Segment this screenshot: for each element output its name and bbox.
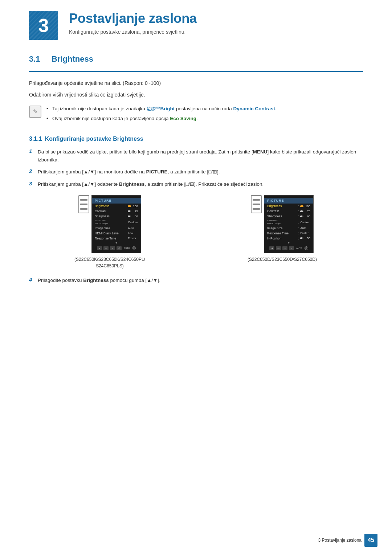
auto-label: AUTO (123, 247, 131, 249)
menu-item-brightness-left: Brightness : 100 (92, 204, 141, 209)
step-2: 2 Pritiskanjem gumba [▲/▼] na monitoru d… (29, 168, 363, 176)
power-button-r (305, 246, 308, 250)
ctrl-enter-r: ↵ (289, 246, 294, 250)
menu-item-sharpness-right: Sharpness : 60 (264, 214, 313, 219)
menu-item-hdmiblack-left: HDMI Black Level : Low (92, 231, 141, 236)
screenshot-left: PICTURE Brightness : 100 Contrast : (29, 195, 191, 269)
ctrl-back: ◄ (97, 246, 102, 250)
control-bar-right: ◄ — + ↵ AUTO (264, 245, 313, 251)
chapter-subtitle: Konfigurirajte postavke zaslona, primjer… (69, 29, 363, 35)
menu-item-contrast-left: Contrast : 75 (92, 209, 141, 214)
section-desc1: Prilagođavanje općenite svjetline na sli… (29, 79, 363, 87)
menu-arrow-down-left: ▼ (92, 241, 141, 245)
page-number: 45 (364, 534, 377, 547)
subsection-number: 3.1.1 (29, 136, 42, 142)
footer-text: 3 Postavljanje zaslona (318, 538, 362, 543)
ctrl-plus-r: + (282, 246, 287, 250)
menu-panel-right: PICTURE Brightness : 100 Contrast : (264, 195, 314, 253)
section-number: 3.1 (29, 54, 47, 64)
ctrl-enter: ↵ (117, 246, 122, 250)
steps-list: 1 Da bi se prikazao vodič za tipke, prit… (29, 148, 363, 188)
chapter-number: 3 (29, 11, 58, 40)
menu-arrow-down-right: ▼ (264, 241, 313, 245)
monitor-stand-left (78, 195, 89, 213)
menu-item-magicbright-right: SAMSUNG MAGIC Bright : Custom (264, 219, 313, 225)
samsung-magic-brand: SAMSUNG MAGIC (147, 106, 160, 111)
auto-label-r: AUTO (295, 247, 303, 249)
subsection-header: 3.1.1 Konfiguriranje postavke Brightness (29, 136, 363, 142)
monitor-right-row: PICTURE Brightness : 100 Contrast : (251, 195, 314, 253)
ctrl-minus: — (103, 246, 109, 250)
menu-item-imagesize-left: Image Size : Auto (92, 226, 141, 231)
menu-panel-left: PICTURE Brightness : 100 Contrast : (91, 195, 141, 253)
control-bar-left: ◄ — + ↵ AUTO (92, 245, 141, 251)
section-divider (29, 71, 363, 72)
note-item-2: Ovaj izbornik nije dostupan kada je post… (46, 115, 277, 123)
note-item-1: Taj izbornik nije dostupan kada je znača… (46, 105, 277, 113)
page-footer: 3 Postavljanje zaslona 45 (318, 534, 377, 547)
screenshot-right: PICTURE Brightness : 100 Contrast : (201, 195, 363, 262)
menu-item-response-right: Response Time : Faster (264, 231, 313, 236)
section-header: 3.1 Brightness (29, 54, 363, 64)
monitor-left-row: PICTURE Brightness : 100 Contrast : (78, 195, 141, 253)
subsection-title: Konfiguriranje postavke Brightness (45, 136, 143, 142)
menu-item-hposition-right: H-Position : 50 (264, 236, 313, 241)
pencil-icon (29, 106, 41, 118)
step-1: 1 Da bi se prikazao vodič za tipke, prit… (29, 148, 363, 164)
menu-item-contrast-right: Contrast : 75 (264, 209, 313, 214)
step-4: 4 Prilagodite postavku Brightness pomoću… (29, 276, 363, 284)
chapter-header: 3 Postavljanje zaslona Konfigurirajte po… (29, 0, 363, 40)
caption-right: (S22C650D/S23C650D/S27C650D) (248, 256, 317, 263)
menu-item-sharpness-left: Sharpness : 60 (92, 214, 141, 219)
chapter-title: Postavljanje zaslona (69, 11, 363, 26)
menu-title-right: PICTURE (264, 198, 313, 204)
power-button (132, 246, 136, 250)
caption-left: (S22C650K/S23C650K/S24C650PL/ S24C650PLS… (74, 256, 145, 269)
monitor-stand-right (251, 195, 262, 213)
menu-title-left: PICTURE (92, 198, 141, 204)
menu-item-response-left: Response Time : Faster (92, 236, 141, 241)
note-list: Taj izbornik nije dostupan kada je znača… (46, 105, 277, 125)
menu-item-brightness-right: Brightness : 100 (264, 204, 313, 209)
ctrl-back-r: ◄ (269, 246, 274, 250)
menu-item-imagesize-right: Image Size : Auto (264, 226, 313, 231)
note-box: Taj izbornik nije dostupan kada je znača… (29, 105, 363, 125)
note-icon (29, 106, 42, 119)
ctrl-minus-r: — (276, 246, 281, 250)
section-title: Brightness (52, 54, 93, 64)
section-desc2: Odabirom viših vrijednosti slika će izgl… (29, 91, 363, 99)
ctrl-plus: + (110, 246, 115, 250)
chapter-title-block: Postavljanje zaslona Konfigurirajte post… (69, 11, 363, 35)
menu-item-magicbright-left: SAMSUNG MAGIC Bright : Custom (92, 219, 141, 225)
step-3: 3 Pritiskanjem gumba [▲/▼] odaberite Bri… (29, 180, 363, 188)
screenshots-row: PICTURE Brightness : 100 Contrast : (29, 195, 363, 269)
